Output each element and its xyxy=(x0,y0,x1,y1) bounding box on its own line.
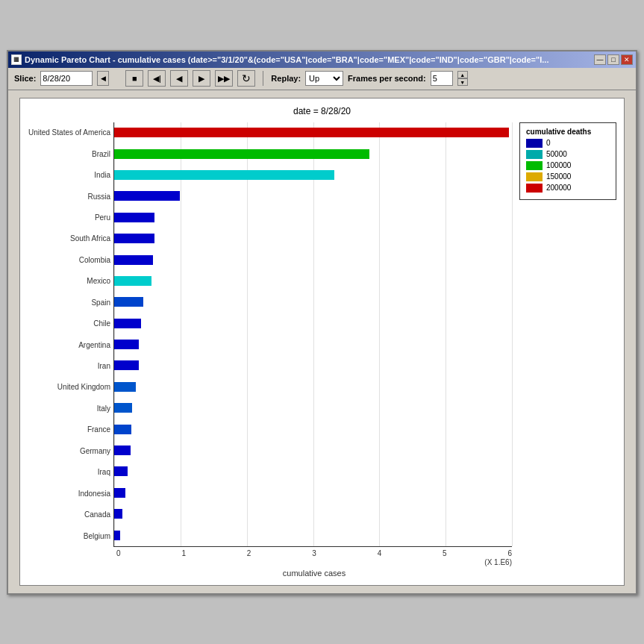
bar-row xyxy=(114,317,512,329)
grid-line xyxy=(181,122,181,546)
y-label: Belgium xyxy=(28,530,110,543)
legend-label: 100000 xyxy=(546,161,571,169)
bar-row xyxy=(114,508,512,520)
title-controls: — □ ✕ xyxy=(594,54,633,65)
legend-color-box xyxy=(526,161,543,170)
chart-body: United States of AmericaBrazilIndiaRussi… xyxy=(28,122,616,578)
bar-row xyxy=(114,529,512,541)
y-label: Canada xyxy=(28,508,110,521)
bar-row xyxy=(114,190,512,202)
bars-and-labels: United States of AmericaBrazilIndiaRussi… xyxy=(28,122,512,547)
bar-row xyxy=(114,360,512,372)
x-tick: 2 xyxy=(247,549,251,557)
bar-row xyxy=(114,402,512,414)
refresh-button[interactable]: ↻ xyxy=(237,70,255,87)
legend-item: 150000 xyxy=(526,172,610,181)
prev-button[interactable]: ◀ xyxy=(170,70,188,87)
y-label: Chile xyxy=(28,317,110,330)
stop-button[interactable]: ■ xyxy=(125,70,143,87)
y-label: Brazil xyxy=(28,148,110,160)
bar xyxy=(114,213,154,222)
y-labels: United States of AmericaBrazilIndiaRussi… xyxy=(28,122,113,547)
replay-select[interactable]: Up Down Loop xyxy=(305,71,343,86)
bar xyxy=(114,276,151,286)
bar xyxy=(114,488,125,498)
bars-area xyxy=(113,122,512,547)
slice-input[interactable] xyxy=(40,71,93,86)
bar-row xyxy=(114,127,512,139)
to-start-button[interactable]: ◀| xyxy=(148,70,166,87)
y-label: Italy xyxy=(28,402,110,415)
y-label: France xyxy=(28,423,110,436)
bar xyxy=(114,340,139,349)
legend-label: 50000 xyxy=(546,150,567,158)
bar xyxy=(114,297,143,307)
y-label: Germany xyxy=(28,445,110,457)
y-label: Mexico xyxy=(28,275,110,287)
y-label: Peru xyxy=(28,211,110,224)
bar xyxy=(114,149,369,159)
minimize-button[interactable]: — xyxy=(594,54,606,65)
title-bar-left: ▦ Dynamic Pareto Chart - cumulative case… xyxy=(11,54,548,65)
bar xyxy=(114,128,509,137)
legend: cumulative deaths 0500001000001500002000… xyxy=(519,122,616,200)
bar xyxy=(114,191,180,201)
bar-row xyxy=(114,296,512,308)
x-axis-labels: 0123456 xyxy=(116,549,512,557)
chart-container: date = 8/28/20 United States of AmericaB… xyxy=(19,98,625,586)
maximize-button[interactable]: □ xyxy=(607,54,619,65)
bar xyxy=(114,466,128,476)
grid-line xyxy=(114,122,115,546)
legend-color-box xyxy=(526,172,543,181)
close-button[interactable]: ✕ xyxy=(621,54,633,65)
x-tick: 1 xyxy=(181,549,186,557)
y-label: Argentina xyxy=(28,339,110,351)
replay-label: Replay: xyxy=(271,74,301,83)
legend-item: 0 xyxy=(526,139,610,148)
y-label: India xyxy=(28,169,110,181)
bar xyxy=(114,170,334,180)
bar-row xyxy=(114,275,512,287)
legend-color-box xyxy=(526,184,543,193)
fps-up-button[interactable]: ▲ xyxy=(457,71,468,78)
legend-label: 150000 xyxy=(546,172,571,181)
bar-row xyxy=(114,339,512,351)
x-tick: 5 xyxy=(443,549,447,557)
bar xyxy=(114,319,141,328)
x-axis-title: cumulative cases xyxy=(116,569,512,578)
legend-label: 0 xyxy=(546,139,551,147)
x-tick: 4 xyxy=(378,549,382,557)
next-button[interactable]: ▶▶ xyxy=(215,70,233,87)
y-label: Iraq xyxy=(28,466,110,478)
fps-label: Frames per second: xyxy=(348,74,426,83)
grid-line xyxy=(512,122,513,546)
bar xyxy=(114,382,136,392)
bar-row xyxy=(114,169,512,181)
legend-label: 200000 xyxy=(546,184,571,192)
bar xyxy=(114,255,153,265)
legend-color-box xyxy=(526,150,543,159)
bar-row xyxy=(114,423,512,435)
chart-main: United States of AmericaBrazilIndiaRussi… xyxy=(28,122,512,578)
legend-item: 100000 xyxy=(526,161,610,170)
legend-title: cumulative deaths xyxy=(526,128,610,136)
y-label: Russia xyxy=(28,190,110,203)
play-button[interactable]: ▶ xyxy=(193,70,210,87)
bar-row xyxy=(114,211,512,223)
y-label: Iran xyxy=(28,360,110,372)
legend-item: 200000 xyxy=(526,184,610,193)
bar xyxy=(114,531,120,540)
bar-row xyxy=(114,381,512,393)
fps-input[interactable] xyxy=(431,71,453,86)
bar xyxy=(114,446,131,455)
bar-row xyxy=(114,487,512,498)
chart-area: date = 8/28/20 United States of AmericaB… xyxy=(8,90,636,593)
slice-prev-arrow[interactable]: ◀ xyxy=(97,71,109,86)
fps-spinner: ▲ ▼ xyxy=(457,71,468,86)
grid-line xyxy=(313,122,314,546)
grid-line xyxy=(379,122,380,546)
bar xyxy=(114,425,131,434)
grid-line xyxy=(247,122,248,546)
bar-row xyxy=(114,466,512,478)
fps-down-button[interactable]: ▼ xyxy=(457,78,468,86)
